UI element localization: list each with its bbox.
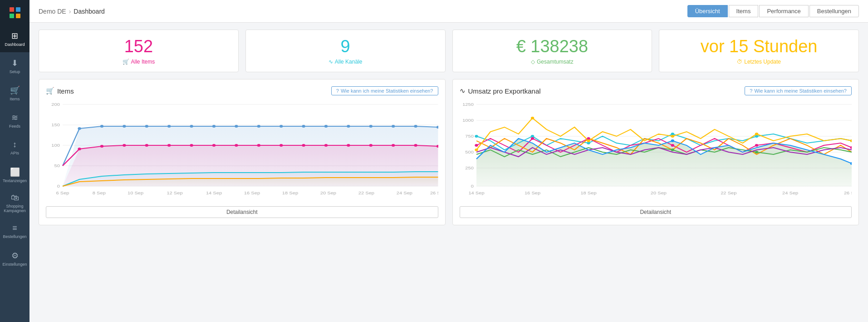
stat-card-revenue: € 138238 ◇ Gesamtumsatz <box>452 30 652 72</box>
svg-point-31 <box>369 125 373 128</box>
svg-point-45 <box>302 144 305 147</box>
svg-point-37 <box>123 144 126 147</box>
items-help-button[interactable]: ? Wie kann ich meine Statistiken einsehe… <box>331 86 438 95</box>
svg-point-30 <box>347 125 350 128</box>
svg-point-93 <box>850 139 852 142</box>
stat-card-items: 152 🛒 Alle Items <box>39 30 239 72</box>
svg-point-41 <box>212 144 216 147</box>
sidebar-item-setup[interactable]: ⬇ Setup <box>0 52 29 79</box>
items-chart-card: 🛒 Items ? Wie kann ich meine Statistiken… <box>39 79 446 225</box>
sidebar-item-label: Shopping Kampagnen <box>2 204 28 213</box>
svg-text:20 Sep: 20 Sep <box>650 191 667 195</box>
items-chart-icon: 🛒 <box>46 87 54 95</box>
svg-text:12 Sep: 12 Sep <box>167 191 183 195</box>
svg-point-43 <box>257 144 260 147</box>
tab-items[interactable]: Items <box>729 5 759 17</box>
svg-point-18 <box>78 127 81 130</box>
stat-value-items: 152 <box>124 37 153 56</box>
svg-point-26 <box>257 125 260 128</box>
svg-point-44 <box>280 144 283 147</box>
sidebar-item-label: Feeds <box>9 124 20 129</box>
stat-label-update: ⏱ Letztes Update <box>737 59 781 65</box>
umsatz-chart-area: 0 250 500 750 1000 1250 <box>460 100 852 202</box>
einstellungen-icon: ⚙ <box>11 251 19 261</box>
items-detail-button[interactable]: Detailansicht <box>46 206 438 218</box>
breadcrumb-root: Demo DE <box>39 8 66 15</box>
sidebar-item-textanzeigen[interactable]: ⬜ Textanzeigen <box>0 161 29 188</box>
svg-point-29 <box>324 125 328 128</box>
umsatz-chart-header: ∿ Umsatz pro Exportkanal ? Wie kann ich … <box>460 86 852 95</box>
svg-text:1000: 1000 <box>462 118 474 123</box>
svg-point-86 <box>755 144 758 147</box>
svg-point-21 <box>145 125 148 128</box>
svg-text:14 Sep: 14 Sep <box>468 191 485 195</box>
stat-label-items: 🛒 Alle Items <box>123 59 155 65</box>
svg-point-46 <box>324 144 328 147</box>
items-icon: 🛒 <box>10 85 20 95</box>
svg-text:24 Sep: 24 Sep <box>782 191 799 195</box>
tab-performance[interactable]: Performance <box>759 5 808 17</box>
sidebar-item-label: Textanzeigen <box>3 178 27 183</box>
svg-text:0: 0 <box>471 184 474 188</box>
shopping-icon: 🛍 <box>11 193 19 203</box>
sidebar-item-shopping[interactable]: 🛍 Shopping Kampagnen <box>0 188 29 218</box>
tab-ubersicht[interactable]: Übersicht <box>687 5 728 17</box>
question-icon: ? <box>336 88 339 94</box>
svg-point-19 <box>100 125 103 128</box>
svg-text:24 Sep: 24 Sep <box>397 191 413 195</box>
sidebar-item-label: Items <box>10 97 20 101</box>
apis-icon: ↕ <box>13 140 17 149</box>
svg-point-49 <box>392 144 395 147</box>
svg-point-89 <box>530 117 534 119</box>
svg-point-25 <box>235 125 238 128</box>
svg-point-40 <box>190 144 193 147</box>
sidebar-item-einstellungen[interactable]: ⚙ Einstellungen <box>0 245 29 272</box>
svg-point-85 <box>671 144 674 147</box>
umsatz-chart-card: ∿ Umsatz pro Exportkanal ? Wie kann ich … <box>452 79 859 225</box>
breadcrumb-current: Dashboard <box>74 8 105 15</box>
cart-icon: 🛒 <box>123 59 129 65</box>
svg-text:16 Sep: 16 Sep <box>524 191 540 195</box>
charts-row: 🛒 Items ? Wie kann ich meine Statistiken… <box>39 79 859 225</box>
svg-point-22 <box>167 125 171 128</box>
sidebar-item-apis[interactable]: ↕ APIs <box>0 134 29 161</box>
svg-point-82 <box>475 144 478 147</box>
question-icon: ? <box>750 88 752 94</box>
items-chart-svg: 0 50 100 150 200 <box>46 100 438 200</box>
clock-icon: ⏱ <box>737 59 742 65</box>
svg-text:26 Sep: 26 Sep <box>430 191 438 195</box>
svg-point-23 <box>190 125 193 128</box>
umsatz-detail-button[interactable]: Detailansicht <box>460 206 852 218</box>
svg-text:18 Sep: 18 Sep <box>580 191 597 195</box>
stats-row: 152 🛒 Alle Items 9 ∿ Alle Kanäle € 13823… <box>39 30 859 72</box>
sidebar-item-items[interactable]: 🛒 Items <box>0 79 29 107</box>
svg-text:20 Sep: 20 Sep <box>320 191 337 195</box>
svg-rect-3 <box>16 14 20 18</box>
svg-point-48 <box>369 144 373 147</box>
svg-text:50: 50 <box>54 163 60 168</box>
svg-point-24 <box>212 125 216 128</box>
sidebar-item-bestellungen[interactable]: ≡ Bestellungen <box>0 218 29 245</box>
sidebar-item-dashboard[interactable]: ⊞ Dashboard <box>0 25 29 52</box>
umsatz-help-button[interactable]: ? Wie kann ich meine Statistiken einsehe… <box>745 86 852 95</box>
main-content: Demo DE › Dashboard Übersicht Items Perf… <box>29 0 868 322</box>
svg-text:100: 100 <box>51 143 60 148</box>
tab-bestellungen[interactable]: Bestellungen <box>809 5 859 17</box>
stat-label-revenue: ◇ Gesamtumsatz <box>531 59 574 65</box>
svg-text:150: 150 <box>51 123 60 127</box>
header: Demo DE › Dashboard Übersicht Items Perf… <box>29 0 868 23</box>
svg-text:200: 200 <box>51 102 60 107</box>
svg-text:22 Sep: 22 Sep <box>721 191 737 195</box>
svg-text:500: 500 <box>465 150 474 154</box>
items-chart-header: 🛒 Items ? Wie kann ich meine Statistiken… <box>46 86 438 95</box>
sidebar-logo <box>0 0 29 25</box>
setup-icon: ⬇ <box>11 58 18 68</box>
svg-text:22 Sep: 22 Sep <box>358 191 375 195</box>
textanzeigen-icon: ⬜ <box>10 167 20 177</box>
sidebar-item-feeds[interactable]: ≋ Feeds <box>0 107 29 134</box>
sidebar-item-label: Einstellungen <box>2 262 27 267</box>
svg-point-47 <box>347 144 350 147</box>
svg-rect-0 <box>10 7 14 12</box>
umsatz-chart-title: ∿ Umsatz pro Exportkanal <box>460 87 541 95</box>
breadcrumb-separator: › <box>69 8 71 15</box>
